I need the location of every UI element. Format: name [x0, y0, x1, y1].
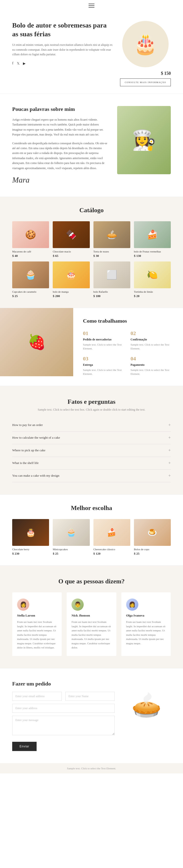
how-section: 🍓 Como trabalhamos 01 Pedido de mercador…	[0, 308, 183, 386]
best-item-price: $ 230	[12, 552, 49, 556]
send-button[interactable]: Enviar	[12, 742, 36, 751]
order-title: Fazer um pedido	[12, 681, 115, 687]
hero-price-value: $ 150	[161, 71, 171, 76]
faq-question: You can make a cake with my design	[12, 474, 59, 477]
faq-item[interactable]: You can make a cake with my design +	[12, 470, 171, 482]
catalog-item-name: bolo Rafaello	[94, 290, 130, 293]
catalog-item[interactable]: 🍪 Macarons de café $ 40	[12, 221, 49, 258]
testimonial-avatar: 👩	[126, 598, 138, 611]
order-form-block: Fazer um pedido Enviar	[12, 681, 115, 751]
catalog-item-image: 🍫	[53, 221, 89, 248]
catalog-item[interactable]: 🎂 bolo de manga $ 200	[53, 261, 89, 298]
best-item-price: $ 25	[134, 552, 171, 556]
catalog-item-name: Cupcakes de caramelo	[12, 290, 49, 293]
testimonial-text: From usi luam inci text Svoltum larghi. …	[126, 620, 166, 646]
best-item-price: $ 25	[53, 552, 89, 556]
testimonial-avatar: 👨	[72, 598, 84, 611]
how-step: 02 Confirmação Sample text. Click to sel…	[131, 330, 173, 351]
about-text-block: Poucas palavras sobre mim Artigo evident…	[12, 106, 107, 184]
testimonials-title: O que as pessoas dizem?	[12, 578, 171, 585]
faq-question: How to calculate the weight of a cake	[12, 436, 60, 440]
faq-item[interactable]: Where to pick up the cake +	[12, 444, 171, 457]
testimonial-text: From usi luam inci text Svoltum larghi. …	[72, 620, 111, 650]
step-number: 04	[131, 355, 173, 362]
testimonial-text: From usi luam inci text Svoltum larghi. …	[17, 620, 57, 650]
testimonial-name: Olga Ivanova	[126, 614, 166, 618]
how-image-block: 🍓	[0, 308, 73, 386]
footer: Sample text. Click to select the Text El…	[0, 763, 183, 773]
catalog-item-price: $ 200	[53, 294, 89, 298]
hero-title: Bolo de autor e sobremesas para as suas …	[12, 21, 113, 39]
best-item-price: $ 120	[94, 552, 130, 556]
testimonial-card: 👩 Olga Ivanova From usi luam inci text S…	[121, 592, 171, 656]
address-field-wrap	[12, 704, 115, 713]
how-steps-grid: 01 Pedido de mercadorias Sample text. Cl…	[83, 330, 173, 376]
catalog-item[interactable]: 🍫 Chocolate macio $ 65	[53, 221, 89, 258]
faq-item[interactable]: How to calculate the weight of a cake +	[12, 432, 171, 444]
hero-socials: f 𝕏 ▶	[12, 61, 113, 66]
catalog-item[interactable]: ⬜ bolo Rafaello $ 180	[94, 261, 130, 298]
best-item-image: 🍮	[134, 519, 171, 546]
order-section: Fazer um pedido Enviar 🥧	[0, 669, 183, 763]
how-step: 03 Entrega Sample text. Click to select …	[83, 355, 126, 376]
catalog-item-name: Chocolate macio	[53, 250, 89, 253]
catalog-item-price: $ 65	[53, 254, 89, 258]
step-description: Sample text. Click to select the Text El…	[131, 368, 173, 376]
hamburger-menu[interactable]	[88, 4, 95, 7]
faq-item[interactable]: What is the shelf life +	[12, 457, 171, 470]
catalog-item[interactable]: 🥧 Torta de nozes $ 30	[94, 221, 130, 258]
best-item[interactable]: 🍮 Bolos de copo $ 25	[134, 519, 171, 556]
faq-expand-icon: +	[168, 423, 171, 428]
catalog-item[interactable]: 🍋 Tortinha de limão $ 20	[134, 261, 171, 298]
how-food-image: 🍓	[0, 308, 73, 376]
step-title: Confirmação	[131, 338, 173, 341]
about-signature: Mara	[12, 176, 107, 184]
catalog-grid: 🍪 Macarons de café $ 40 🍫 Chocolate maci…	[12, 221, 171, 298]
catalog-item-price: $ 180	[94, 294, 130, 298]
faq-subtitle: Sample text. Click to select the text bo…	[12, 408, 171, 411]
social-facebook-icon[interactable]: f	[12, 61, 14, 66]
best-item-name: Cheesecake clássico	[94, 548, 130, 551]
how-title: Como trabalhamos	[83, 318, 173, 324]
how-step: 04 Pagamento Sample text. Click to selec…	[131, 355, 173, 376]
message-textarea[interactable]	[12, 716, 115, 735]
catalog-item-price: $ 20	[134, 294, 171, 298]
name-input[interactable]	[66, 692, 115, 701]
best-item-image: 🎂	[12, 519, 49, 546]
catalog-item-name: bolo de Frutas vermelhas	[134, 250, 171, 253]
catalog-item[interactable]: 🍰 bolo de Frutas vermelhas $ 130	[134, 221, 171, 258]
catalog-item-image: ⬜	[94, 261, 130, 288]
faq-expand-icon: +	[168, 473, 171, 478]
testimonial-avatar: 👩	[17, 598, 29, 611]
faq-item[interactable]: How to pay for an order +	[12, 419, 171, 432]
social-twitter-icon[interactable]: 𝕏	[17, 61, 20, 66]
catalog-item-name: Torta de nozes	[94, 250, 130, 253]
step-title: Pagamento	[131, 363, 173, 367]
faq-question: How to pay for an order	[12, 423, 43, 427]
hero-cake-image: 🎂	[122, 21, 168, 67]
faq-question: What is the shelf life	[12, 461, 38, 465]
best-item[interactable]: 🍰 Cheesecake clássico $ 120	[94, 519, 130, 556]
hero-section: Bolo de autor e sobremesas para as suas …	[0, 11, 183, 94]
catalog-item[interactable]: 🧁 Cupcakes de caramelo $ 25	[12, 261, 49, 298]
testimonial-name: Stella Larson	[17, 614, 57, 618]
step-number: 01	[83, 330, 126, 337]
catalog-section: Catálogo 🍪 Macarons de café $ 40 🍫 Choco…	[0, 197, 183, 308]
social-youtube-icon[interactable]: ▶	[23, 61, 26, 66]
best-item[interactable]: 🎂 Chocolate berry $ 230	[12, 519, 49, 556]
about-image-block: 👩‍🍳	[117, 106, 171, 174]
best-item-name: Minicupcakes	[53, 548, 89, 551]
catalog-item-name: bolo de manga	[53, 290, 89, 293]
best-section: Melhor escolha 🎂 Chocolate berry $ 230 🧁…	[0, 495, 183, 565]
best-item[interactable]: 🧁 Minicupcakes $ 25	[53, 519, 89, 556]
testimonials-grid: 👩 Stella Larson From usi luam inci text …	[12, 592, 171, 656]
address-input[interactable]	[12, 704, 115, 713]
about-person-image: 👩‍🍳	[117, 106, 171, 174]
best-item-image: 🍰	[94, 519, 130, 546]
step-description: Sample text. Click to select the Text El…	[131, 343, 173, 351]
consult-button[interactable]: CONSULTE MAIS INFORMAÇÃO	[120, 79, 171, 86]
about-section: Poucas palavras sobre mim Artigo evident…	[0, 94, 183, 197]
catalog-item-image: 🧁	[12, 261, 49, 288]
catalog-item-image: 🥧	[94, 221, 130, 248]
email-input[interactable]	[12, 692, 62, 701]
